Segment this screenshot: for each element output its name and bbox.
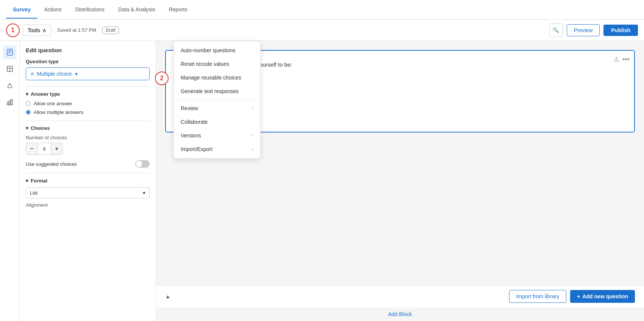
panel-title: Edit question: [26, 47, 150, 53]
tools-button[interactable]: Tools ∧: [23, 25, 51, 36]
svg-rect-7: [7, 102, 9, 105]
alignment-label: Alignment: [26, 202, 150, 208]
toolbar-left: 1 Tools ∧ Saved at 1:57 PM Draft: [6, 23, 545, 37]
allow-multiple-label: Allow multiple answers: [34, 109, 84, 115]
dropdown-item-import-export[interactable]: Import/Export ›: [174, 142, 260, 156]
tab-data-analysis[interactable]: Data & Analysis: [111, 1, 162, 19]
review-label: Review: [181, 105, 198, 111]
review-submenu-icon: ›: [252, 106, 253, 111]
question-type-icon: ≡: [31, 71, 34, 77]
answer-type-label: Answer type: [31, 91, 60, 97]
versions-label: Versions: [181, 132, 201, 139]
use-suggested-toggle[interactable]: [135, 160, 150, 168]
format-value: List: [30, 190, 38, 196]
answer-type-header[interactable]: ▾ Answer type: [26, 91, 150, 97]
svg-rect-9: [11, 100, 13, 105]
dropdown-divider: [174, 100, 260, 100]
use-suggested-row: Use suggested choices: [26, 160, 150, 168]
tools-label: Tools: [28, 27, 40, 33]
step-badge-1: 1: [6, 23, 20, 37]
versions-submenu-icon: ›: [252, 133, 253, 138]
import-export-label: Import/Export: [181, 146, 213, 152]
sidebar-layout-icon[interactable]: [3, 62, 17, 76]
number-stepper: − 6 +: [26, 143, 63, 155]
divider-2: [26, 120, 150, 121]
dropdown-item-generate-test[interactable]: Generate test responses: [174, 84, 260, 98]
divider-3: [26, 173, 150, 173]
format-selector[interactable]: List ▾: [26, 187, 150, 198]
publish-button[interactable]: Publish: [603, 25, 638, 36]
sidebar-survey-icon[interactable]: [3, 45, 17, 59]
dropdown-item-auto-number[interactable]: Auto-number questions: [174, 44, 260, 57]
plus-icon: +: [577, 293, 580, 299]
num-choices-label: Number of choices: [26, 135, 150, 140]
stepper-value: 6: [38, 143, 51, 154]
icon-sidebar: [0, 41, 20, 321]
tab-reports[interactable]: Reports: [162, 1, 194, 19]
auto-number-label: Auto-number questions: [181, 47, 236, 53]
add-question-button[interactable]: + Add new question: [570, 290, 635, 303]
format-label: Format: [31, 178, 47, 184]
warning-icon: ⚠: [613, 55, 619, 64]
allow-multiple-answer-option[interactable]: Allow multiple answers: [26, 109, 150, 115]
add-block-bar: Add Block: [156, 307, 644, 321]
import-library-button[interactable]: Import from library: [509, 290, 567, 303]
more-options-icon[interactable]: •••: [622, 56, 630, 64]
main-layout: Edit question Question type ≡ Multiple c…: [0, 41, 644, 321]
stepper-plus-button[interactable]: +: [51, 143, 63, 154]
choices-label: Choices: [31, 125, 50, 131]
tab-survey[interactable]: Survey: [6, 1, 38, 19]
add-question-label: Add new question: [582, 293, 628, 299]
reset-recode-label: Reset recode values: [181, 61, 229, 67]
question-type-selector[interactable]: ≡ Multiple choice ▾: [26, 67, 150, 80]
use-suggested-label: Use suggested choices: [26, 161, 77, 167]
tools-dropdown-menu: 2 Auto-number questions Reset recode val…: [174, 41, 261, 159]
allow-one-radio[interactable]: [26, 101, 31, 106]
allow-multiple-radio[interactable]: [26, 110, 31, 115]
question-type-label: Question type: [26, 59, 150, 64]
choices-chevron-icon: ▾: [26, 125, 28, 131]
import-export-submenu-icon: ›: [252, 146, 253, 152]
collaborate-label: Collaborate: [181, 119, 208, 125]
preview-button[interactable]: Preview: [567, 24, 600, 36]
search-icon: 🔍: [553, 27, 559, 33]
allow-one-answer-option[interactable]: Allow one answer: [26, 101, 150, 106]
stepper-minus-button[interactable]: −: [26, 143, 38, 154]
sidebar-data-icon[interactable]: [3, 95, 17, 109]
svg-rect-0: [7, 49, 13, 55]
question-card-toolbar: ⚠ •••: [613, 55, 630, 64]
question-type-chevron-icon: ▾: [75, 71, 78, 77]
nav-tabs: Survey Actions Distributions Data & Anal…: [6, 1, 194, 19]
sidebar-paint-icon[interactable]: [3, 79, 17, 92]
manage-choices-label: Manage reusable choices: [181, 75, 241, 81]
dropdown-item-versions[interactable]: Versions ›: [174, 129, 260, 142]
edit-panel: Edit question Question type ≡ Multiple c…: [20, 41, 156, 321]
dropdown-item-review[interactable]: Review ›: [174, 101, 260, 115]
format-header[interactable]: ▾ Format: [26, 178, 150, 184]
search-button[interactable]: 🔍: [549, 23, 563, 37]
draft-badge: Draft: [102, 26, 119, 34]
format-chevron-icon: ▾: [143, 190, 145, 196]
format-chevron-icon: ▾: [26, 178, 28, 184]
answer-type-radio-group: Allow one answer Allow multiple answers: [26, 101, 150, 115]
saved-status: Saved at 1:57 PM: [57, 27, 96, 33]
dropdown-item-reset-recode[interactable]: Reset recode values: [174, 57, 260, 71]
top-navigation: Survey Actions Distributions Data & Anal…: [0, 0, 644, 20]
bottom-bar: ▲ Import from library + Add new question: [156, 285, 644, 307]
generate-test-label: Generate test responses: [181, 88, 239, 94]
collapse-button[interactable]: ▲: [165, 293, 170, 299]
tab-distributions[interactable]: Distributions: [69, 1, 111, 19]
bottom-right-actions: Import from library + Add new question: [509, 290, 635, 303]
add-block-link[interactable]: Add Block: [388, 311, 412, 317]
toolbar-right: 🔍 Preview Publish: [549, 23, 638, 37]
dropdown-item-collaborate[interactable]: Collaborate: [174, 115, 260, 129]
tools-chevron-icon: ∧: [42, 27, 46, 33]
svg-rect-8: [9, 101, 11, 105]
tab-actions[interactable]: Actions: [38, 1, 69, 19]
divider-1: [26, 86, 150, 87]
allow-one-label: Allow one answer: [34, 101, 72, 106]
step-badge-2: 2: [155, 72, 169, 85]
dropdown-item-manage-choices[interactable]: Manage reusable choices: [174, 71, 260, 84]
answer-type-chevron-icon: ▾: [26, 91, 28, 97]
choices-header[interactable]: ▾ Choices: [26, 125, 150, 131]
